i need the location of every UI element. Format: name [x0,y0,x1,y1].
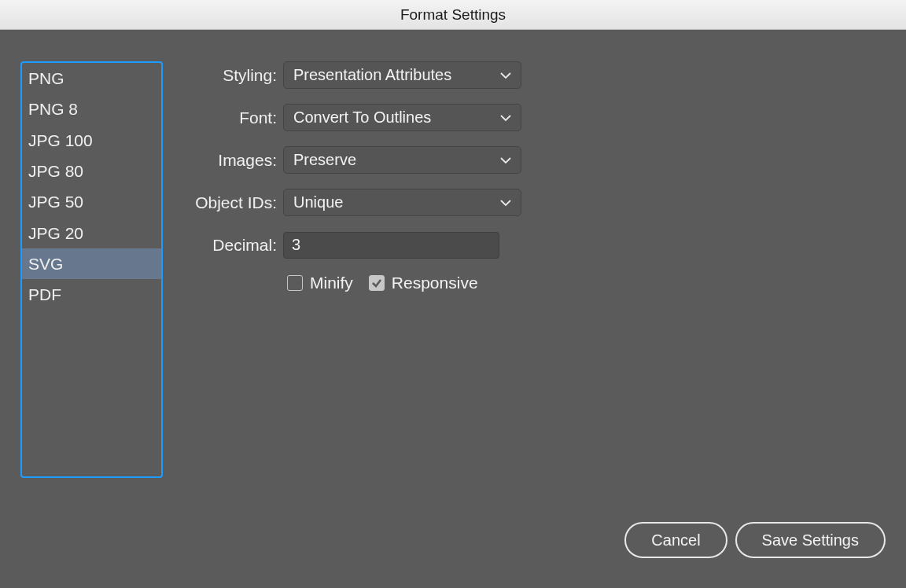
responsive-wrap[interactable]: Responsive [369,274,478,292]
format-label: JPG 80 [28,162,83,180]
select-font-value: Convert To Outlines [293,108,431,127]
select-object-ids[interactable]: Unique [283,189,521,216]
format-item-jpg50[interactable]: JPG 50 [22,186,161,217]
label-responsive: Responsive [392,274,478,292]
format-item-pdf[interactable]: PDF [22,279,161,310]
format-item-png[interactable]: PNG [22,63,161,94]
select-images-value: Preserve [293,151,356,169]
settings-panel: Styling: Presentation Attributes Font: C… [177,61,539,292]
row-object-ids: Object IDs: Unique [177,189,539,216]
row-font: Font: Convert To Outlines [177,104,539,131]
format-label: JPG 20 [28,224,83,242]
chevron-down-icon [500,155,511,166]
row-styling: Styling: Presentation Attributes [177,61,539,89]
label-decimal: Decimal: [177,236,283,255]
format-label: PDF [28,285,61,303]
label-minify: Minify [310,274,353,292]
format-item-jpg20[interactable]: JPG 20 [22,218,161,248]
titlebar: Format Settings [0,0,906,30]
format-item-png8[interactable]: PNG 8 [22,94,161,124]
cancel-button-label: Cancel [651,531,700,549]
select-font[interactable]: Convert To Outlines [283,104,521,131]
label-styling: Styling: [177,66,283,85]
format-item-jpg80[interactable]: JPG 80 [22,156,161,186]
format-label: PNG 8 [28,100,78,118]
chevron-down-icon [500,197,511,208]
label-font: Font: [177,108,283,127]
format-label: SVG [28,255,63,273]
dialog-body: PNG PNG 8 JPG 100 JPG 80 JPG 50 JPG 20 S… [0,30,906,588]
select-styling-value: Presentation Attributes [293,66,451,84]
window-title: Format Settings [400,6,506,24]
save-settings-button-label: Save Settings [762,531,859,549]
chevron-down-icon [500,70,511,81]
input-decimal[interactable] [283,232,499,259]
format-item-jpg100[interactable]: JPG 100 [22,125,161,156]
select-object-ids-value: Unique [293,193,343,211]
label-object-ids: Object IDs: [177,193,283,212]
cancel-button[interactable]: Cancel [624,522,727,558]
minify-wrap[interactable]: Minify [287,274,353,292]
select-images[interactable]: Preserve [283,146,521,174]
format-item-svg[interactable]: SVG [22,248,161,279]
chevron-down-icon [500,112,511,123]
format-label: JPG 50 [28,193,83,211]
format-list[interactable]: PNG PNG 8 JPG 100 JPG 80 JPG 50 JPG 20 S… [20,61,163,478]
row-images: Images: Preserve [177,146,539,174]
format-label: PNG [28,69,64,87]
save-settings-button[interactable]: Save Settings [735,522,886,558]
row-decimal: Decimal: [177,231,539,259]
label-images: Images: [177,151,283,170]
checkbox-minify[interactable] [287,275,303,291]
dialog-footer: Cancel Save Settings [624,522,886,558]
row-checkboxes: Minify Responsive [287,274,539,292]
format-label: JPG 100 [28,131,93,149]
select-styling[interactable]: Presentation Attributes [283,61,521,89]
checkbox-responsive[interactable] [369,275,385,291]
